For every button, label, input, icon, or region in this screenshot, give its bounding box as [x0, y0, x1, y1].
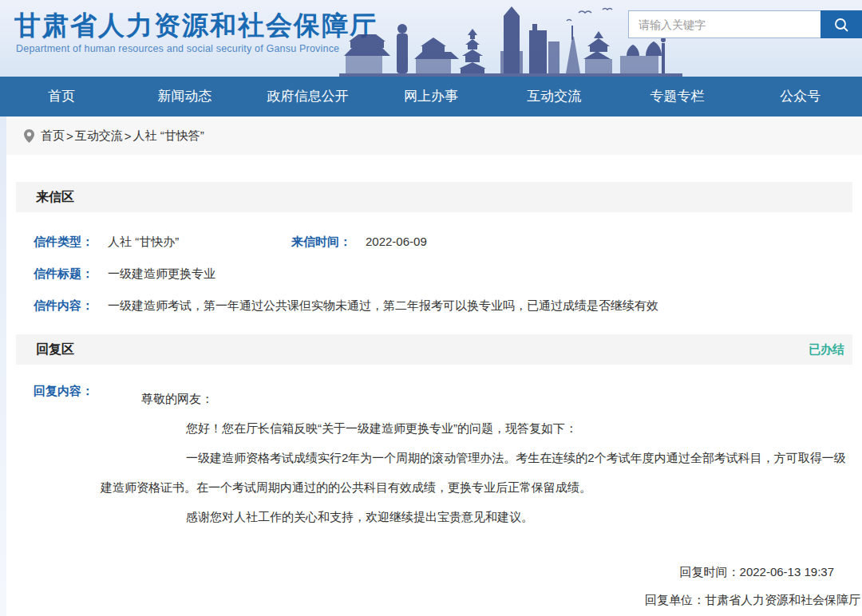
site-subtitle-en: Department of human resources and social…: [16, 43, 339, 54]
letter-type: 信件类型： 人社 “甘快办”: [34, 235, 291, 250]
breadcrumb: 首页 > 互动交流 > 人社 “甘快答”: [6, 116, 862, 155]
reply-unit: 回复单位：甘肃省人力资源和社会保障厅: [6, 593, 862, 608]
letter-time-label: 来信时间：: [291, 235, 366, 250]
letter-section-header: 来信区: [16, 182, 852, 212]
letter-title-label: 信件标题：: [34, 267, 108, 282]
letter-info: 信件类型： 人社 “甘快办” 来信时间： 2022-06-09 信件标题： 一级…: [6, 212, 862, 334]
reply-paragraph: 一级建造师资格考试成绩实行2年为一个周期的滚动管理办法。考生在连续的2个考试年度…: [101, 443, 852, 502]
nav-item-gov-info[interactable]: 政府信息公开: [247, 77, 370, 116]
reply-time: 回复时间：2022-06-13 19:37: [6, 565, 862, 580]
reply-content-label: 回复内容：: [34, 384, 101, 531]
letter-row-title: 信件标题： 一级建造师更换专业: [34, 267, 852, 282]
breadcrumb-interaction[interactable]: 互动交流: [75, 128, 123, 144]
letter-content-label: 信件内容：: [34, 298, 108, 314]
location-pin-icon: [24, 129, 34, 143]
letter-row-content: 信件内容： 一级建造师考试，第一年通过公共课但实物未通过，第二年报考可以换专业吗…: [34, 298, 852, 314]
breadcrumb-separator: >: [66, 129, 73, 143]
breadcrumb-current: 人社 “甘快答”: [133, 128, 204, 144]
letter-section-title: 来信区: [36, 189, 74, 206]
reply-section-header: 回复区 已办结: [16, 334, 852, 365]
site-title: 甘肃省人力资源和社会保障厅: [14, 8, 378, 44]
spacer: [6, 155, 862, 182]
site-search: [628, 10, 862, 38]
nav-item-official-account[interactable]: 公众号: [739, 77, 862, 116]
reply-section-title: 回复区: [36, 342, 74, 358]
main-content: 首页 > 互动交流 > 人社 “甘快答” 来信区 信件类型： 人社 “甘快办” …: [6, 116, 862, 616]
reply-content: 回复内容： 尊敬的网友： 您好！您在厅长信箱反映“关于一级建造师更换专业”的问题…: [6, 365, 862, 531]
nav-item-online-services[interactable]: 网上办事: [370, 77, 492, 116]
letter-content-value: 一级建造师考试，第一年通过公共课但实物未通过，第二年报考可以换专业吗，已通过成绩…: [108, 298, 658, 314]
nav-item-interaction[interactable]: 互动交流: [492, 77, 615, 116]
reply-text: 尊敬的网友： 您好！您在厅长信箱反映“关于一级建造师更换专业”的问题，现答复如下…: [101, 384, 852, 531]
letter-time-value: 2022-06-09: [366, 235, 427, 250]
letter-type-label: 信件类型：: [34, 235, 108, 250]
letter-title-value: 一级建造师更换专业: [108, 267, 216, 282]
status-badge: 已办结: [809, 342, 844, 357]
search-button[interactable]: [820, 10, 862, 38]
letter-type-value: 人社 “甘快办”: [108, 235, 179, 250]
site-banner: 甘肃省人力资源和社会保障厅 Department of human resour…: [0, 0, 862, 77]
main-nav: 首页 新闻动态 政府信息公开 网上办事 互动交流 专题专栏 公众号: [0, 77, 862, 116]
nav-item-news[interactable]: 新闻动态: [123, 77, 246, 116]
nav-item-home[interactable]: 首页: [0, 77, 123, 116]
reply-paragraph: 您好！您在厅长信箱反映“关于一级建造师更换专业”的问题，现答复如下：: [101, 413, 852, 443]
reply-paragraph: 感谢您对人社工作的关心和支持，欢迎继续提出宝贵意见和建议。: [101, 502, 852, 531]
nav-item-special-topics[interactable]: 专题专栏: [615, 77, 738, 116]
search-input[interactable]: [628, 10, 820, 38]
letter-row-type-time: 信件类型： 人社 “甘快办” 来信时间： 2022-06-09: [34, 235, 852, 250]
reply-paragraph: 尊敬的网友：: [101, 384, 852, 413]
search-icon: [833, 17, 849, 33]
letter-time: 来信时间： 2022-06-09: [291, 235, 427, 250]
reply-meta: 回复时间：2022-06-13 19:37 回复单位：甘肃省人力资源和社会保障厅: [6, 565, 862, 608]
breadcrumb-home[interactable]: 首页: [41, 128, 65, 144]
breadcrumb-separator: >: [125, 129, 132, 143]
